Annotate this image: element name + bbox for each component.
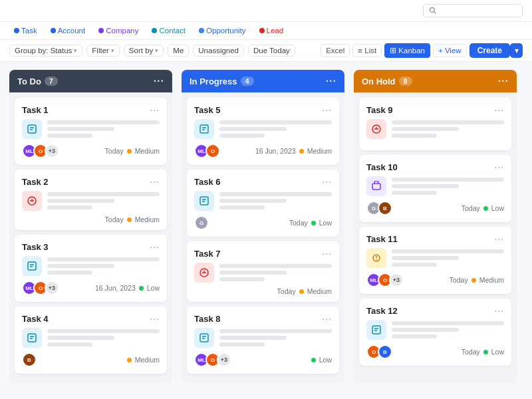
card-date-task3: 16 Jun, 2023	[95, 284, 136, 292]
add-view-label: + View	[438, 47, 462, 55]
contact-label: Contact	[159, 27, 186, 35]
col-title-todo: To Do	[17, 76, 41, 86]
card-priority-dot-task11	[471, 278, 476, 283]
create-button[interactable]: Create	[469, 43, 510, 58]
card-lines-task7	[219, 264, 332, 281]
task-card-task6[interactable]: Task 6 ··· G Today Low	[187, 170, 339, 237]
card-menu-task3[interactable]: ···	[150, 241, 160, 252]
chip-duetoday[interactable]: Due Today	[248, 45, 295, 57]
card-priority-task1: Medium	[135, 147, 160, 155]
task-card-task4[interactable]: Task 4 ··· B Medium	[15, 307, 167, 374]
card-meta-task7: Today Medium	[277, 287, 332, 295]
card-header-task5: Task 5 ···	[194, 104, 332, 115]
card-icon-task6	[194, 191, 214, 211]
card-lines-task3	[47, 257, 160, 275]
card-avatars-task5: MLO	[194, 144, 220, 158]
card-line	[47, 120, 160, 124]
col-menu-onhold[interactable]: ···	[498, 75, 509, 87]
chip-me[interactable]: Me	[168, 45, 189, 57]
tag-btn-lead[interactable]: Lead	[255, 25, 289, 36]
card-line	[47, 199, 114, 203]
chip-unassigned[interactable]: Unassigned	[193, 45, 244, 57]
col-title-group: In Progress 4	[190, 76, 254, 86]
opportunity-dot	[199, 28, 204, 33]
column-body-todo: Task 1 ··· MLO+3 Today Medium	[9, 92, 172, 383]
create-dropdown-button[interactable]: ▾	[510, 43, 523, 58]
task-card-task1[interactable]: Task 1 ··· MLO+3 Today Medium	[15, 98, 167, 165]
tag-btn-opportunity[interactable]: Opportunity	[194, 25, 250, 36]
task-card-task8[interactable]: Task 8 ··· MLO+3 Low	[187, 307, 339, 374]
card-icon-row-task5	[194, 119, 332, 139]
svg-rect-11	[28, 334, 36, 342]
card-icon-row-task7	[194, 263, 332, 283]
task-card-task3[interactable]: Task 3 ··· MLO+3 16 Jun, 2023 Low	[15, 235, 167, 302]
card-menu-task5[interactable]: ···	[322, 104, 332, 115]
column-body-onhold: Task 9 ··· Task 10 ···	[354, 92, 517, 383]
contact-dot	[152, 28, 157, 33]
col-title-group: To Do 7	[17, 76, 58, 86]
card-title-task4: Task 4	[22, 314, 49, 324]
card-menu-task7[interactable]: ···	[322, 248, 332, 259]
card-line	[47, 257, 160, 261]
view-list[interactable]: ≡ List	[352, 44, 382, 57]
tag-btn-company[interactable]: Company	[94, 25, 143, 36]
card-icon-svg	[371, 253, 382, 263]
col-count-onhold: 8	[399, 76, 412, 86]
tag-btn-account[interactable]: Account	[46, 25, 90, 36]
tag-btn-contact[interactable]: Contact	[147, 25, 190, 36]
card-priority-task4: Medium	[135, 356, 160, 364]
task-card-task12[interactable]: Task 12 ··· OB Today Low	[359, 299, 511, 366]
kanban-board: To Do 7 ··· Task 1 ··· MLO+3	[0, 62, 532, 391]
card-header-task6: Task 6 ···	[194, 176, 332, 187]
card-header-task10: Task 10 ···	[366, 162, 504, 172]
search-box[interactable]	[423, 4, 523, 17]
card-menu-task12[interactable]: ···	[494, 305, 504, 316]
card-line	[219, 192, 332, 196]
card-avatars-task3: MLO+3	[22, 281, 59, 295]
chip-sort[interactable]: Sort by▾	[124, 45, 164, 57]
card-title-task1: Task 1	[22, 105, 49, 115]
chip-group[interactable]: Group by: Status▾	[9, 45, 82, 57]
col-menu-todo[interactable]: ···	[154, 75, 164, 87]
task-card-task10[interactable]: Task 10 ··· GB Today Low	[359, 155, 511, 222]
card-line	[392, 256, 459, 260]
card-line	[47, 192, 160, 196]
task-card-task11[interactable]: Task 11 ··· MLO+3 Today Medium	[359, 227, 511, 294]
task-card-task7[interactable]: Task 7 ··· Today Medium	[187, 241, 339, 302]
card-title-task2: Task 2	[22, 177, 49, 187]
card-line	[219, 336, 287, 340]
card-menu-task10[interactable]: ···	[494, 162, 504, 172]
card-line	[219, 342, 265, 346]
card-icon-task12	[366, 320, 386, 340]
card-menu-task2[interactable]: ···	[150, 176, 160, 187]
card-line	[47, 134, 92, 138]
svg-rect-33	[372, 326, 380, 334]
card-priority-task5: Medium	[307, 147, 332, 155]
card-menu-task6[interactable]: ···	[322, 176, 332, 187]
card-menu-task1[interactable]: ···	[150, 104, 160, 115]
tag-btn-task[interactable]: Task	[9, 25, 42, 36]
task-card-task9[interactable]: Task 9 ···	[359, 98, 511, 150]
card-date-task7: Today	[277, 287, 296, 295]
task-card-task5[interactable]: Task 5 ··· MLO 16 Jun, 2023 Medium	[187, 98, 339, 165]
task-card-task2[interactable]: Task 2 ··· Today Medium	[15, 170, 167, 230]
card-menu-task9[interactable]: ···	[494, 104, 504, 115]
add-view-button[interactable]: + View	[433, 44, 467, 57]
avatar: B	[378, 201, 392, 215]
task-label: Task	[21, 27, 37, 35]
view-kanban[interactable]: ⊞ Kanban	[384, 43, 430, 58]
card-menu-task11[interactable]: ···	[494, 233, 504, 244]
column-inprogress: In Progress 4 ··· Task 5 ··· MLO	[182, 70, 344, 383]
card-line	[219, 277, 265, 281]
card-menu-task4[interactable]: ···	[150, 313, 160, 324]
lead-dot	[259, 28, 265, 33]
chip-filter[interactable]: Filter▾	[86, 45, 120, 57]
card-priority-task10: Low	[491, 204, 504, 212]
col-menu-inprogress[interactable]: ···	[326, 75, 336, 87]
card-icon-row-task6	[194, 191, 332, 211]
card-line	[47, 342, 92, 346]
card-menu-task8[interactable]: ···	[322, 313, 332, 324]
unassigned-label: Unassigned	[198, 47, 239, 55]
card-title-task12: Task 12	[366, 306, 398, 316]
view-excel[interactable]: Excel	[321, 44, 350, 57]
